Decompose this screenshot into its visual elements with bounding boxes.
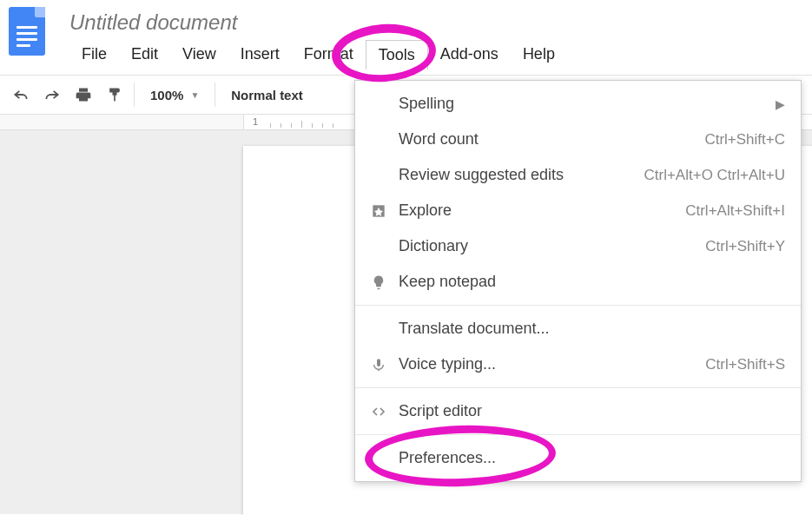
menuitem-shortcut: Ctrl+Shift+C <box>704 131 785 149</box>
menuitem-script-editor[interactable]: Script editor <box>355 393 801 429</box>
menu-edit[interactable]: Edit <box>119 40 170 69</box>
menuitem-label: Spelling <box>392 95 776 113</box>
ruler-mark: 1 <box>253 116 258 127</box>
zoom-selector[interactable]: 100% ▼ <box>138 88 211 102</box>
docs-app-icon[interactable] <box>9 7 45 56</box>
toolbar-separator <box>134 83 135 107</box>
menuitem-voice-typing[interactable]: Voice typing... Ctrl+Shift+S <box>355 347 801 382</box>
menuitem-preferences[interactable]: Preferences... <box>355 440 801 476</box>
menuitem-dictionary[interactable]: Dictionary Ctrl+Shift+Y <box>355 228 801 264</box>
menuitem-shortcut: Ctrl+Shift+S <box>705 356 785 373</box>
menu-view[interactable]: View <box>170 40 228 69</box>
menubar: File Edit View Insert Format Tools Add-o… <box>69 40 803 69</box>
code-icon <box>366 405 392 419</box>
menu-insert[interactable]: Insert <box>228 40 292 69</box>
undo-button[interactable] <box>5 79 36 110</box>
print-button[interactable] <box>68 79 99 110</box>
menuitem-keep-notepad[interactable]: Keep notepad <box>355 264 801 300</box>
menuitem-spelling[interactable]: Spelling ▶ <box>355 86 801 122</box>
menuitem-shortcut: Ctrl+Alt+Shift+I <box>685 202 785 220</box>
menu-addons[interactable]: Add-ons <box>428 40 511 69</box>
toolbar-separator <box>215 83 215 107</box>
menuitem-word-count[interactable]: Word count Ctrl+Shift+C <box>355 122 801 157</box>
menu-help[interactable]: Help <box>511 40 567 69</box>
lightbulb-icon <box>366 274 392 290</box>
menu-separator <box>355 305 801 306</box>
menuitem-explore[interactable]: Explore Ctrl+Alt+Shift+I <box>355 193 801 228</box>
menuitem-review-suggested-edits[interactable]: Review suggested edits Ctrl+Alt+O Ctrl+A… <box>355 157 801 193</box>
menuitem-label: Keep notepad <box>392 273 785 291</box>
menuitem-label: Script editor <box>392 402 785 420</box>
caret-down-icon: ▼ <box>190 90 199 100</box>
paragraph-style-selector[interactable]: Normal text <box>219 88 315 102</box>
paint-format-button[interactable] <box>99 79 130 110</box>
menuitem-translate-document[interactable]: Translate document... <box>355 311 801 347</box>
menuitem-label: Voice typing... <box>392 355 705 373</box>
explore-icon <box>366 202 392 220</box>
menuitem-label: Translate document... <box>392 320 785 338</box>
menu-file[interactable]: File <box>69 40 119 69</box>
menuitem-label: Explore <box>392 201 685 220</box>
menu-separator <box>355 387 801 388</box>
menuitem-label: Word count <box>392 130 704 149</box>
menu-separator <box>355 434 801 435</box>
document-title[interactable]: Untitled document <box>69 7 803 40</box>
menu-tools[interactable]: Tools <box>366 40 428 69</box>
menu-format[interactable]: Format <box>292 40 366 69</box>
menuitem-label: Review suggested edits <box>392 166 644 184</box>
zoom-value: 100% <box>150 88 183 102</box>
redo-button[interactable] <box>36 79 68 110</box>
menuitem-label: Preferences... <box>392 449 785 467</box>
menuitem-shortcut: Ctrl+Shift+Y <box>705 238 785 255</box>
submenu-arrow-icon: ▶ <box>776 97 785 111</box>
menuitem-shortcut: Ctrl+Alt+O Ctrl+Alt+U <box>644 167 786 184</box>
tools-dropdown: Spelling ▶ Word count Ctrl+Shift+C Revie… <box>354 80 802 482</box>
microphone-icon <box>366 356 392 373</box>
menuitem-label: Dictionary <box>392 237 705 255</box>
